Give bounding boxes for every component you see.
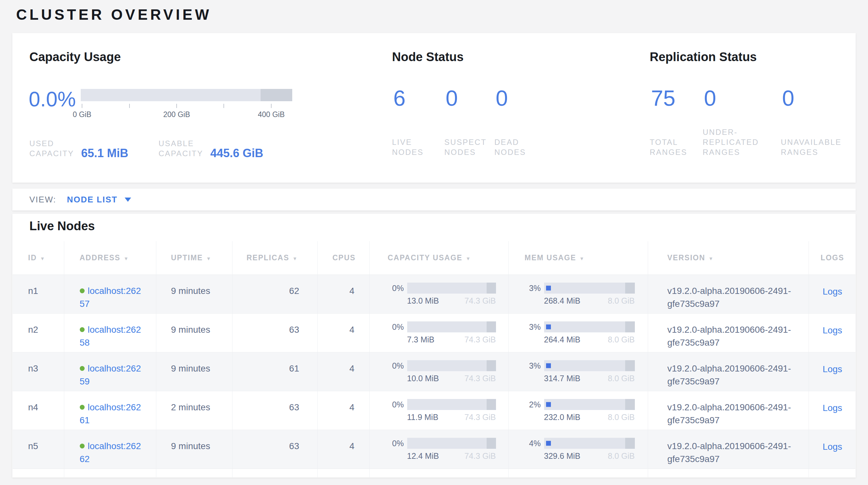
view-selector-dropdown[interactable]: NODE LIST [67, 195, 131, 205]
axis-tick-label: 400 GiB [258, 110, 284, 119]
axis-tick [271, 104, 272, 108]
sort-down-icon [289, 254, 298, 262]
usable-capacity-stat: USABLE CAPACITY 445.6 GiB [159, 138, 263, 159]
usage-percent: 0% [388, 321, 404, 333]
usage-bar [407, 321, 496, 333]
replicas-cell: 63 [232, 391, 317, 430]
unavailable-ranges-label: UNAVAILABLE RANGES [781, 137, 841, 157]
logs-link[interactable]: Logs [823, 364, 842, 374]
capacity-axis-ticks [81, 104, 292, 108]
node-id-cell: n4 [12, 391, 64, 430]
stat-label: USED CAPACITY [29, 138, 74, 159]
usage-percent: 3% [525, 360, 541, 371]
chevron-down-icon [125, 198, 131, 202]
view-label: VIEW: [29, 195, 56, 205]
axis-tick [223, 104, 224, 108]
usage-used-value: 12.4 MiB [407, 451, 439, 460]
live-nodes-count: 6 [393, 87, 406, 109]
usage-max-value: 74.3 GiB [464, 374, 496, 383]
version-cell: v19.2.0-alpha.20190606-2491-gfe735c9a97 [648, 352, 809, 391]
usage-max-value: 8.0 GiB [608, 296, 634, 305]
capacity-usage-heading: Capacity Usage [29, 50, 121, 64]
usage-percent: 0% [388, 399, 404, 410]
node-live-dot [80, 366, 85, 371]
node-address-cell: localhost:26262 [64, 430, 156, 468]
mem-usage-cell: 4% 329.6 MiB8.0 GiB [508, 430, 648, 468]
logs-link[interactable]: Logs [823, 403, 842, 413]
table-row-clipped [12, 468, 856, 478]
usage-bar-reserved [487, 399, 496, 410]
column-header-version[interactable]: VERSION [648, 241, 809, 275]
live-nodes-label: LIVE NODES [392, 137, 424, 157]
usage-bar-used [546, 363, 551, 368]
column-header-mem-usage[interactable]: MEM USAGE [508, 241, 648, 275]
node-live-dot [80, 288, 85, 293]
usage-bar-reserved [625, 283, 635, 293]
node-address-link[interactable]: localhost:26258 [80, 325, 141, 348]
axis-tick [82, 104, 82, 108]
logs-link[interactable]: Logs [823, 325, 842, 335]
logs-cell: Logs [809, 391, 856, 430]
live-nodes-card: Live Nodes ID ADDRESS UPTIME REPLICAS CP… [12, 214, 856, 478]
usage-percent: 0% [388, 360, 404, 371]
column-header-replicas[interactable]: REPLICAS [232, 241, 317, 275]
cpus-cell: 4 [317, 430, 369, 468]
usage-bar-used [546, 402, 551, 407]
capacity-bar-reserved-segment [260, 89, 292, 101]
usage-used-value: 314.7 MiB [544, 374, 581, 383]
usage-used-value: 13.0 MiB [407, 296, 439, 305]
column-header-logs: LOGS [809, 241, 856, 275]
logs-link[interactable]: Logs [823, 442, 842, 452]
replicas-cell: 63 [232, 313, 317, 352]
logs-link[interactable]: Logs [823, 286, 842, 296]
usage-bar-reserved [625, 360, 635, 371]
sort-down-icon [37, 254, 45, 262]
view-selected-value: NODE LIST [67, 195, 118, 205]
uptime-cell: 9 minutes [156, 352, 232, 391]
usage-max-value: 74.3 GiB [464, 296, 496, 305]
usage-used-value: 329.6 MiB [544, 451, 581, 460]
column-header-capacity-usage[interactable]: CAPACITY USAGE [369, 241, 508, 275]
usage-bar [407, 283, 496, 293]
usage-bar [544, 283, 635, 293]
table-header-row: ID ADDRESS UPTIME REPLICAS CPUS CAPACITY… [12, 241, 856, 275]
logs-cell: Logs [809, 430, 856, 468]
column-header-address[interactable]: ADDRESS [64, 241, 156, 275]
usage-max-value: 8.0 GiB [608, 335, 634, 344]
node-address-cell: localhost:26258 [64, 313, 156, 352]
stat-value: 65.1 MiB [81, 147, 128, 159]
usage-used-value: 7.3 MiB [407, 335, 435, 344]
capacity-bar [81, 89, 292, 101]
usage-max-value: 8.0 GiB [608, 374, 634, 383]
node-address-link[interactable]: localhost:26259 [80, 364, 141, 387]
node-status-heading: Node Status [392, 50, 464, 64]
capacity-usage-cell: 0% 13.0 MiB74.3 GiB [369, 275, 508, 313]
version-cell: v19.2.0-alpha.20190606-2491-gfe735c9a97 [648, 313, 809, 352]
suspect-nodes-label: SUSPECT NODES [444, 137, 487, 157]
sort-down-icon [203, 254, 211, 262]
usage-used-value: 268.4 MiB [544, 296, 581, 305]
usage-bar [407, 360, 496, 371]
usage-bar-reserved [487, 283, 496, 293]
axis-tick-label: 0 GiB [73, 110, 91, 119]
view-bar: VIEW: NODE LIST [12, 189, 856, 210]
node-address-link[interactable]: localhost:26257 [80, 286, 141, 309]
column-header-id[interactable]: ID [12, 241, 64, 275]
sort-down-icon [462, 254, 470, 262]
mem-usage-cell: 3% 314.7 MiB8.0 GiB [508, 352, 648, 391]
axis-tick-label: 200 GiB [163, 110, 190, 119]
used-capacity-stat: USED CAPACITY 65.1 MiB [29, 138, 128, 159]
suspect-nodes-count: 0 [445, 87, 458, 109]
usage-percent: 0% [388, 283, 404, 293]
usage-used-value: 11.9 MiB [407, 412, 438, 422]
logs-cell: Logs [809, 275, 856, 313]
replication-status-heading: Replication Status [650, 50, 757, 64]
capacity-usage-cell: 0% 12.4 MiB74.3 GiB [369, 430, 508, 468]
node-live-dot [80, 405, 85, 410]
node-address-link[interactable]: localhost:26262 [80, 441, 141, 464]
capacity-usage-cell: 0% 11.9 MiB74.3 GiB [369, 391, 508, 430]
column-header-uptime[interactable]: UPTIME [156, 241, 232, 275]
node-id-cell: n1 [12, 275, 64, 313]
mem-usage-cell: 3% 264.4 MiB8.0 GiB [508, 313, 648, 352]
node-address-link[interactable]: localhost:26261 [80, 402, 141, 425]
